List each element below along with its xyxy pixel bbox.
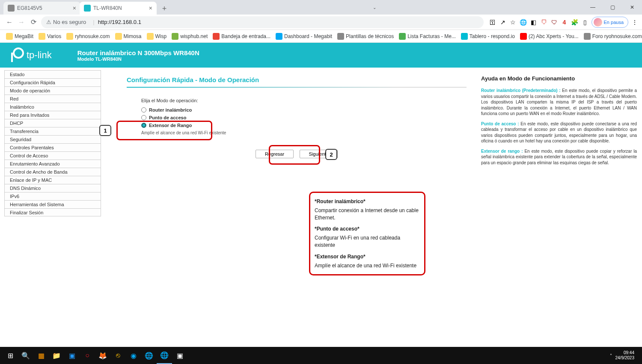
bookmark[interactable]: MegaBit <box>3 31 36 41</box>
site-icon <box>399 33 406 40</box>
sidebar-item-controles-parentales[interactable]: Controles Parentales <box>4 143 101 151</box>
bookmark[interactable]: Lista Facturas - Me... <box>396 31 458 41</box>
sidebar-item-ancho-banda[interactable]: Control de Ancho de Banda <box>4 168 101 176</box>
close-icon[interactable]: × <box>149 5 152 12</box>
star-icon[interactable]: ☆ <box>509 18 517 26</box>
radio-router-label[interactable]: Router inalámbrico <box>149 107 192 112</box>
puzzle-icon[interactable]: 🧩 <box>571 18 579 26</box>
main-content: Configuración Rápida - Modo de Operación… <box>105 68 479 347</box>
radio-router[interactable] <box>141 107 146 112</box>
form-prompt: Elija el Modo de operación: <box>141 98 467 103</box>
close-icon[interactable]: × <box>73 5 76 12</box>
app-icon[interactable]: ◉ <box>126 347 141 364</box>
bookmark[interactable]: Tablero - respond.io <box>458 31 517 41</box>
explorer-icon[interactable]: 📁 <box>49 347 64 364</box>
back-button[interactable]: ← <box>3 16 15 28</box>
bookmark[interactable]: wisphub.net <box>169 31 210 41</box>
annotation-box-2 <box>269 145 320 165</box>
sidebar-item-red[interactable]: Red <box>4 95 101 103</box>
bookmark[interactable]: ryhnosuke.com <box>64 31 112 41</box>
sidepanel-icon[interactable]: ▯ <box>581 18 589 26</box>
new-tab-button[interactable]: + <box>158 3 170 15</box>
sidebar-item-logout[interactable]: Finalizar Sesión <box>4 208 101 216</box>
site-icon <box>172 33 178 40</box>
sidebar-item-enrutamiento[interactable]: Enrutamiento Avanzado <box>4 160 101 168</box>
sidebar-item-ip-mac[interactable]: Enlace de IP y MAC <box>4 176 101 184</box>
maximize-button[interactable]: ▢ <box>603 0 622 15</box>
window-controls: — ▢ ✕ <box>583 0 642 15</box>
router-header: tp-link Router inalámbrico N 300Mbps WR8… <box>0 43 642 68</box>
terminal-icon[interactable]: ▣ <box>172 347 187 364</box>
bookmark[interactable]: (2) Abc Xperts - You... <box>517 31 581 41</box>
help-panel: Ayuda en Modo de Funcionamiento Router i… <box>479 68 642 347</box>
firefox-icon[interactable]: 🦊 <box>95 347 110 364</box>
page-title: Configuración Rápida - Modo de Operación <box>127 76 467 83</box>
profile-button[interactable]: En pausa <box>591 17 628 28</box>
app-icon[interactable]: ⎋ <box>110 347 126 364</box>
sidebar-item-dns-dinamico[interactable]: DNS Dinámico <box>4 184 101 192</box>
bookmark[interactable]: Mimosa <box>113 31 144 41</box>
annotation-number-1: 1 <box>99 125 111 136</box>
start-button[interactable]: ⊞ <box>3 347 18 364</box>
router-model: Modelo TL-WR840N <box>77 56 199 62</box>
chrome-active-icon[interactable]: 🌐 <box>157 347 172 364</box>
bookmark[interactable]: Bandeja de entrada... <box>210 31 273 41</box>
bookmark[interactable]: Varios <box>36 31 64 41</box>
ext1-icon[interactable]: ◧ <box>530 18 538 26</box>
ublock-icon[interactable]: 🛡 <box>550 18 558 26</box>
logo-icon <box>9 48 23 62</box>
sidebar-item-transferencia[interactable]: Transferencia <box>4 127 101 135</box>
browser-tab-bar: EG8145V5 × TL-WR840N × + ⌄ — ▢ ✕ <box>0 0 642 15</box>
sidebar-item-ipv6[interactable]: IPv6 <box>4 192 101 200</box>
folder-icon <box>115 33 122 40</box>
help-paragraph: Punto de acceso : En este modo, este dis… <box>481 121 637 144</box>
search-icon[interactable]: 🔍 <box>18 347 33 364</box>
clock[interactable]: 09:44 24/9/2023 <box>615 350 635 361</box>
opera-icon[interactable]: ○ <box>80 347 95 364</box>
annotation-box-1 <box>116 121 212 140</box>
bookmark[interactable]: Dashboard - Megabit <box>273 31 335 41</box>
sidebar-item-inalambrico[interactable]: Inalámbrico <box>4 103 101 111</box>
minimize-button[interactable]: — <box>583 0 603 15</box>
bookmark[interactable]: Foro ryohnosuke.com <box>581 31 642 41</box>
tray-chevron-icon[interactable]: ˄ <box>610 353 612 358</box>
folder-icon <box>147 33 154 40</box>
sidebar-item-herramientas[interactable]: Herramientas del Sistema <box>4 200 101 208</box>
ext-count: 4 <box>561 18 568 26</box>
ext2-icon[interactable]: ⛉ <box>540 18 548 26</box>
help-paragraph: Router inalámbrico (Predeterminado) : En… <box>481 88 637 117</box>
browser-tab[interactable]: EG8145V5 × <box>3 2 80 15</box>
url-field[interactable]: ⚠ No es seguro | http://192.168.0.1 <box>41 16 484 28</box>
tabs-menu-icon[interactable]: ⌄ <box>373 5 376 10</box>
bookmark[interactable]: Wisp <box>144 31 169 41</box>
sidebar-item-modo-operacion[interactable]: Modo de operación <box>4 86 101 95</box>
radio-ap-label[interactable]: Punto de acceso <box>149 115 186 120</box>
menu-icon[interactable]: ⋮ <box>631 18 639 26</box>
sidebar-item-red-invitados[interactable]: Red para Invitados <box>4 111 101 119</box>
globe-icon <box>8 5 15 12</box>
app-icon[interactable]: ▣ <box>64 347 80 364</box>
avatar-icon <box>594 18 602 27</box>
share-icon[interactable]: ↗ <box>499 18 507 26</box>
key-icon[interactable]: ⚿ <box>489 18 496 26</box>
forward-button[interactable]: → <box>15 16 27 28</box>
radio-ap[interactable] <box>141 115 146 120</box>
sidebar-item-control-acceso[interactable]: Control de Acceso <box>4 151 101 160</box>
sidebar-item-seguridad[interactable]: Seguridad <box>4 135 101 143</box>
app-icon[interactable]: ▦ <box>33 347 49 364</box>
close-window-button[interactable]: ✕ <box>622 0 642 15</box>
system-tray[interactable]: ˄ 09:44 24/9/2023 <box>610 350 640 361</box>
reload-button[interactable]: ⟳ <box>27 16 39 28</box>
sidebar-item-dhcp[interactable]: DHCP <box>4 119 101 127</box>
sidebar-item-config-rapida[interactable]: Configuración Rápida <box>4 78 101 86</box>
chrome-icon[interactable]: 🌐 <box>141 347 157 364</box>
youtube-icon <box>520 33 527 40</box>
site-icon <box>584 33 591 40</box>
tplink-logo: tp-link <box>9 48 52 62</box>
help-title: Ayuda en Modo de Funcionamiento <box>481 75 637 82</box>
bookmarks-bar: MegaBit Varios ryhnosuke.com Mimosa Wisp… <box>0 30 642 43</box>
sidebar-item-estado[interactable]: Estado <box>4 70 101 78</box>
bookmark[interactable]: Plantillas de técnicos <box>335 31 396 41</box>
translate-icon[interactable]: 🌐 <box>520 18 527 26</box>
browser-tab-active[interactable]: TL-WR840N × <box>80 2 157 15</box>
